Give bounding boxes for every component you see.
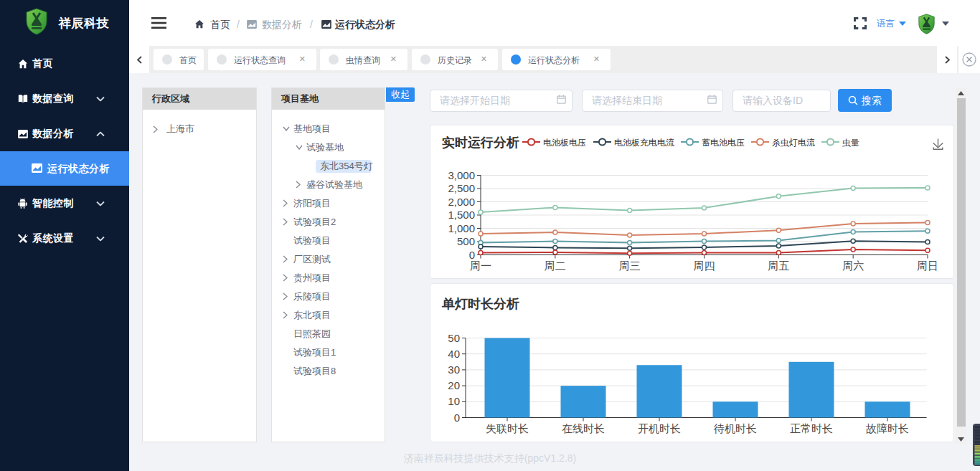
svg-text:1,500: 1,500 — [448, 209, 475, 221]
svg-text:周五: 周五 — [768, 260, 789, 272]
svg-text:3,000: 3,000 — [448, 169, 475, 181]
svg-text:周日: 周日 — [917, 260, 938, 272]
svg-text:50: 50 — [448, 332, 460, 344]
svg-text:20: 20 — [448, 379, 460, 391]
svg-text:待机时长: 待机时长 — [713, 422, 757, 434]
svg-text:40: 40 — [448, 348, 460, 360]
svg-text:10: 10 — [448, 395, 460, 407]
svg-text:周六: 周六 — [842, 260, 864, 272]
svg-text:在线时长: 在线时长 — [562, 422, 605, 434]
svg-text:1,000: 1,000 — [448, 222, 475, 234]
svg-text:周二: 周二 — [545, 260, 566, 272]
svg-text:2,000: 2,000 — [448, 196, 475, 208]
svg-text:2,500: 2,500 — [448, 182, 475, 194]
svg-text:0: 0 — [454, 411, 460, 424]
svg-text:周四: 周四 — [694, 260, 715, 272]
svg-text:失联时长: 失联时长 — [486, 422, 529, 434]
svg-text:开机时长: 开机时长 — [638, 422, 681, 434]
svg-text:周三: 周三 — [619, 260, 641, 272]
svg-text:500: 500 — [457, 235, 475, 247]
svg-text:故障时长: 故障时长 — [866, 422, 909, 434]
svg-text:周一: 周一 — [470, 260, 491, 272]
svg-text:30: 30 — [448, 363, 460, 376]
svg-text:正常时长: 正常时长 — [790, 422, 833, 434]
